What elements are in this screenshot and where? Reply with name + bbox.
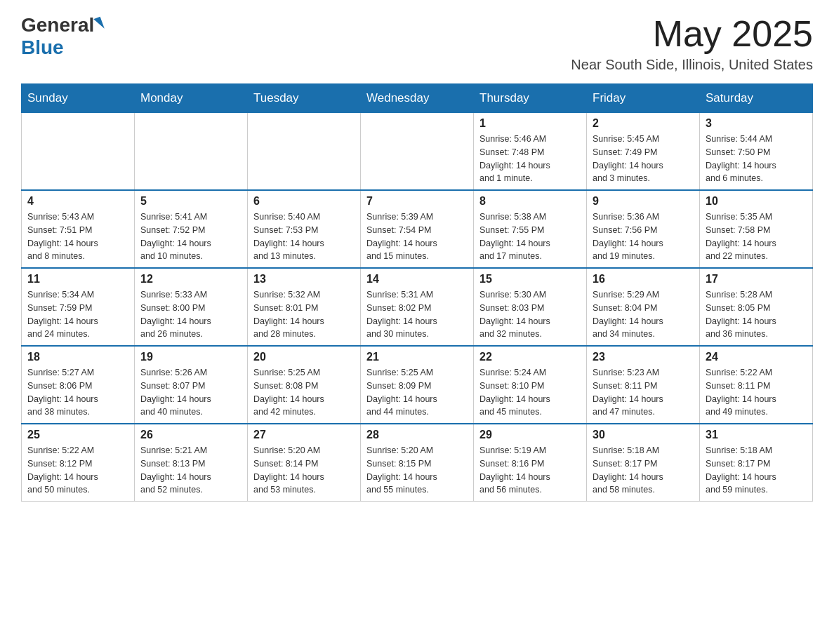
calendar-cell: 24Sunrise: 5:22 AMSunset: 8:11 PMDayligh… — [700, 346, 813, 424]
day-number: 27 — [253, 429, 355, 441]
day-info: Sunrise: 5:25 AMSunset: 8:09 PMDaylight:… — [366, 366, 468, 419]
calendar-cell: 13Sunrise: 5:32 AMSunset: 8:01 PMDayligh… — [248, 268, 361, 346]
day-number: 12 — [140, 273, 241, 286]
day-info: Sunrise: 5:30 AMSunset: 8:03 PMDaylight:… — [479, 288, 581, 341]
day-info: Sunrise: 5:28 AMSunset: 8:05 PMDaylight:… — [706, 288, 807, 341]
day-info: Sunrise: 5:32 AMSunset: 8:01 PMDaylight:… — [253, 288, 355, 341]
day-info: Sunrise: 5:20 AMSunset: 8:14 PMDaylight:… — [253, 444, 355, 497]
day-number: 10 — [706, 195, 807, 208]
calendar-week-row: 1Sunrise: 5:46 AMSunset: 7:48 PMDaylight… — [22, 113, 813, 191]
calendar-week-row: 25Sunrise: 5:22 AMSunset: 8:12 PMDayligh… — [22, 424, 813, 502]
calendar-cell: 22Sunrise: 5:24 AMSunset: 8:10 PMDayligh… — [474, 346, 587, 424]
day-info: Sunrise: 5:31 AMSunset: 8:02 PMDaylight:… — [366, 288, 468, 341]
calendar-cell: 5Sunrise: 5:41 AMSunset: 7:52 PMDaylight… — [135, 190, 248, 268]
calendar-table: SundayMondayTuesdayWednesdayThursdayFrid… — [21, 83, 813, 502]
day-number: 26 — [140, 429, 241, 441]
day-number: 21 — [366, 351, 468, 363]
day-number: 18 — [27, 351, 128, 363]
days-header-row: SundayMondayTuesdayWednesdayThursdayFrid… — [22, 84, 813, 113]
day-number: 28 — [366, 429, 468, 441]
day-number: 15 — [479, 273, 581, 286]
calendar-week-row: 18Sunrise: 5:27 AMSunset: 8:06 PMDayligh… — [22, 346, 813, 424]
calendar-cell: 11Sunrise: 5:34 AMSunset: 7:59 PMDayligh… — [22, 268, 135, 346]
calendar-cell: 20Sunrise: 5:25 AMSunset: 8:08 PMDayligh… — [248, 346, 361, 424]
calendar-cell: 6Sunrise: 5:40 AMSunset: 7:53 PMDaylight… — [248, 190, 361, 268]
day-number: 17 — [706, 273, 807, 286]
calendar-cell — [361, 113, 474, 191]
day-number: 23 — [593, 351, 694, 363]
calendar-cell: 30Sunrise: 5:18 AMSunset: 8:17 PMDayligh… — [587, 424, 700, 502]
day-number: 6 — [253, 195, 355, 208]
calendar-cell: 1Sunrise: 5:46 AMSunset: 7:48 PMDaylight… — [474, 113, 587, 191]
calendar-cell: 12Sunrise: 5:33 AMSunset: 8:00 PMDayligh… — [135, 268, 248, 346]
logo-general-text: General — [21, 14, 94, 36]
day-number: 30 — [593, 429, 694, 441]
calendar-cell: 2Sunrise: 5:45 AMSunset: 7:49 PMDaylight… — [587, 113, 700, 191]
calendar-cell: 19Sunrise: 5:26 AMSunset: 8:07 PMDayligh… — [135, 346, 248, 424]
day-number: 14 — [366, 273, 468, 286]
day-info: Sunrise: 5:26 AMSunset: 8:07 PMDaylight:… — [140, 366, 241, 419]
day-number: 16 — [593, 273, 694, 286]
day-info: Sunrise: 5:22 AMSunset: 8:11 PMDaylight:… — [706, 366, 807, 419]
calendar-cell: 10Sunrise: 5:35 AMSunset: 7:58 PMDayligh… — [700, 190, 813, 268]
calendar-cell: 3Sunrise: 5:44 AMSunset: 7:50 PMDaylight… — [700, 113, 813, 191]
day-number: 20 — [253, 351, 355, 363]
day-info: Sunrise: 5:18 AMSunset: 8:17 PMDaylight:… — [706, 444, 807, 497]
day-info: Sunrise: 5:46 AMSunset: 7:48 PMDaylight:… — [479, 133, 581, 185]
day-info: Sunrise: 5:29 AMSunset: 8:04 PMDaylight:… — [593, 288, 694, 341]
calendar-cell: 16Sunrise: 5:29 AMSunset: 8:04 PMDayligh… — [587, 268, 700, 346]
day-info: Sunrise: 5:36 AMSunset: 7:56 PMDaylight:… — [593, 210, 694, 263]
calendar-cell: 21Sunrise: 5:25 AMSunset: 8:09 PMDayligh… — [361, 346, 474, 424]
day-info: Sunrise: 5:18 AMSunset: 8:17 PMDaylight:… — [593, 444, 694, 497]
logo-blue-text: Blue — [21, 36, 102, 59]
day-number: 11 — [27, 273, 128, 286]
day-info: Sunrise: 5:34 AMSunset: 7:59 PMDaylight:… — [27, 288, 128, 341]
day-header-wednesday: Wednesday — [361, 84, 474, 113]
calendar-cell — [135, 113, 248, 191]
calendar-cell: 25Sunrise: 5:22 AMSunset: 8:12 PMDayligh… — [22, 424, 135, 502]
page-header: General Blue May 2025 Near South Side, I… — [21, 14, 813, 73]
calendar-cell — [248, 113, 361, 191]
day-number: 1 — [479, 117, 581, 130]
day-number: 8 — [479, 195, 581, 208]
title-section: May 2025 Near South Side, Illinois, Unit… — [571, 14, 813, 73]
day-info: Sunrise: 5:38 AMSunset: 7:55 PMDaylight:… — [479, 210, 581, 263]
day-number: 4 — [27, 195, 128, 208]
day-number: 31 — [706, 429, 807, 441]
day-header-friday: Friday — [587, 84, 700, 113]
day-number: 3 — [706, 117, 807, 130]
calendar-cell: 18Sunrise: 5:27 AMSunset: 8:06 PMDayligh… — [22, 346, 135, 424]
month-year-title: May 2025 — [571, 14, 813, 54]
calendar-cell: 26Sunrise: 5:21 AMSunset: 8:13 PMDayligh… — [135, 424, 248, 502]
calendar-cell: 14Sunrise: 5:31 AMSunset: 8:02 PMDayligh… — [361, 268, 474, 346]
day-number: 2 — [593, 117, 694, 130]
calendar-cell: 28Sunrise: 5:20 AMSunset: 8:15 PMDayligh… — [361, 424, 474, 502]
calendar-cell: 7Sunrise: 5:39 AMSunset: 7:54 PMDaylight… — [361, 190, 474, 268]
day-number: 19 — [140, 351, 241, 363]
calendar-cell: 9Sunrise: 5:36 AMSunset: 7:56 PMDaylight… — [587, 190, 700, 268]
day-number: 13 — [253, 273, 355, 286]
day-number: 29 — [479, 429, 581, 441]
day-header-thursday: Thursday — [474, 84, 587, 113]
calendar-cell — [22, 113, 135, 191]
day-info: Sunrise: 5:43 AMSunset: 7:51 PMDaylight:… — [27, 210, 128, 263]
day-header-sunday: Sunday — [22, 84, 135, 113]
calendar-cell: 31Sunrise: 5:18 AMSunset: 8:17 PMDayligh… — [700, 424, 813, 502]
day-number: 5 — [140, 195, 241, 208]
calendar-week-row: 11Sunrise: 5:34 AMSunset: 7:59 PMDayligh… — [22, 268, 813, 346]
day-info: Sunrise: 5:39 AMSunset: 7:54 PMDaylight:… — [366, 210, 468, 263]
day-number: 25 — [27, 429, 128, 441]
calendar-cell: 23Sunrise: 5:23 AMSunset: 8:11 PMDayligh… — [587, 346, 700, 424]
day-info: Sunrise: 5:20 AMSunset: 8:15 PMDaylight:… — [366, 444, 468, 497]
calendar-cell: 4Sunrise: 5:43 AMSunset: 7:51 PMDaylight… — [22, 190, 135, 268]
day-info: Sunrise: 5:35 AMSunset: 7:58 PMDaylight:… — [706, 210, 807, 263]
logo-triangle-icon — [94, 17, 105, 31]
day-info: Sunrise: 5:25 AMSunset: 8:08 PMDaylight:… — [253, 366, 355, 419]
day-number: 24 — [706, 351, 807, 363]
day-info: Sunrise: 5:41 AMSunset: 7:52 PMDaylight:… — [140, 210, 241, 263]
day-info: Sunrise: 5:44 AMSunset: 7:50 PMDaylight:… — [706, 133, 807, 185]
day-info: Sunrise: 5:21 AMSunset: 8:13 PMDaylight:… — [140, 444, 241, 497]
day-info: Sunrise: 5:19 AMSunset: 8:16 PMDaylight:… — [479, 444, 581, 497]
day-header-monday: Monday — [135, 84, 248, 113]
calendar-cell: 17Sunrise: 5:28 AMSunset: 8:05 PMDayligh… — [700, 268, 813, 346]
